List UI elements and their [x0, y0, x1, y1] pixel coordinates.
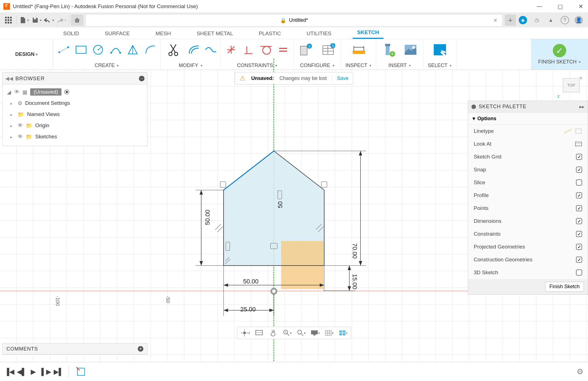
- snap-checkbox[interactable]: [576, 167, 582, 173]
- palette-options-section[interactable]: ▾Options: [468, 113, 588, 125]
- insert-image-icon[interactable]: [402, 42, 419, 58]
- offset-tool-icon[interactable]: [187, 44, 199, 56]
- palette-pin-icon[interactable]: ▸▸: [579, 104, 584, 110]
- tree-root-unsaved[interactable]: ◢ 👁 ▦ (Unsaved): [5, 86, 145, 98]
- visibility-toggle-icon[interactable]: 👁: [18, 134, 23, 140]
- arc-tool-icon[interactable]: [110, 44, 121, 56]
- home-button[interactable]: [71, 15, 83, 26]
- sketch-origin-point[interactable]: [271, 288, 277, 295]
- configure-icon[interactable]: S: [298, 42, 314, 58]
- tree-named-views[interactable]: 📁 Named Views: [5, 109, 145, 120]
- constraints-checkbox[interactable]: [576, 231, 582, 237]
- select-tool-icon[interactable]: [432, 42, 448, 58]
- browser-collapse-icon[interactable]: ◀◀: [5, 75, 13, 82]
- tab-close-button[interactable]: ×: [494, 17, 497, 24]
- constraints-dropdown[interactable]: CONSTRAINTS: [237, 63, 277, 68]
- tab-solid[interactable]: SOLID: [59, 28, 84, 39]
- zoom-button[interactable]: +▾: [282, 328, 292, 338]
- workspace-picker[interactable]: DESIGN: [0, 39, 53, 70]
- tab-utilities[interactable]: UTILITIES: [302, 28, 336, 39]
- new-tab-button[interactable]: +: [505, 15, 516, 26]
- comments-panel-header[interactable]: COMMENTS +: [2, 343, 148, 354]
- dimension-25-width[interactable]: 25.00: [240, 306, 256, 313]
- dimensions-checkbox[interactable]: [576, 218, 582, 224]
- save-button[interactable]: [30, 15, 43, 26]
- browser-minimize-icon[interactable]: –: [139, 76, 144, 81]
- dimension-50-center[interactable]: 50: [277, 201, 284, 208]
- view-cube[interactable]: TOP: [563, 78, 580, 92]
- pan-button[interactable]: [268, 328, 278, 338]
- profile-avatar[interactable]: 👤: [575, 16, 583, 24]
- tab-sketch[interactable]: SKETCH: [353, 27, 383, 39]
- data-panel-button[interactable]: [2, 15, 15, 26]
- trim-tool-icon[interactable]: [165, 42, 181, 58]
- 3d-sketch-checkbox[interactable]: [576, 269, 582, 276]
- maximize-button[interactable]: ▢: [556, 3, 564, 10]
- active-component-indicator[interactable]: [64, 89, 69, 94]
- circle-tool-icon[interactable]: [92, 44, 104, 56]
- projected-checkbox[interactable]: [576, 244, 582, 250]
- fit-button[interactable]: ▾: [296, 328, 306, 338]
- close-button[interactable]: ✕: [577, 3, 585, 10]
- timeline-play-button[interactable]: ▶: [29, 368, 37, 376]
- undo-button[interactable]: [43, 15, 55, 26]
- file-menu-button[interactable]: [18, 15, 30, 26]
- tab-mesh[interactable]: MESH: [151, 28, 176, 39]
- tree-origin[interactable]: 👁 📁 Origin: [5, 120, 145, 131]
- notifications-icon[interactable]: ▲: [547, 16, 555, 24]
- orbit-button[interactable]: ▾: [240, 328, 250, 338]
- visibility-toggle-icon[interactable]: 👁: [14, 89, 20, 95]
- redo-button[interactable]: [55, 15, 67, 26]
- inspect-dropdown[interactable]: INSPECT: [345, 63, 371, 68]
- dimension-50-width[interactable]: 50.00: [243, 278, 259, 285]
- viewport-layout-button[interactable]: ▾: [338, 328, 348, 338]
- linetype-buttons[interactable]: [564, 128, 582, 134]
- configure-dropdown[interactable]: CONFIGURE: [300, 63, 335, 68]
- minimize-button[interactable]: —: [535, 3, 543, 10]
- timeline-end-button[interactable]: ▶▌: [54, 368, 62, 376]
- save-link[interactable]: Save: [332, 75, 348, 81]
- profile-checkbox[interactable]: [576, 192, 582, 198]
- dimension-50-vertical[interactable]: 50.00: [204, 210, 211, 225]
- palette-header[interactable]: SKETCH PALETTE ▸▸: [468, 101, 588, 113]
- perpendicular-constraint-icon[interactable]: [243, 44, 254, 56]
- tab-plastic[interactable]: PLASTIC: [254, 28, 285, 39]
- grid-settings-button[interactable]: ▾: [324, 328, 334, 338]
- coincident-constraint-icon[interactable]: [225, 44, 237, 56]
- measure-tool-icon[interactable]: [350, 42, 367, 58]
- select-dropdown[interactable]: SELECT: [428, 63, 452, 68]
- finish-sketch-palette-button[interactable]: Finish Sketch: [545, 282, 584, 292]
- equal-constraint-icon[interactable]: [277, 44, 289, 56]
- timeline-settings-button[interactable]: ⚙: [577, 367, 584, 376]
- construction-checkbox[interactable]: [576, 257, 582, 263]
- timeline-step-back-button[interactable]: ◀▌: [17, 368, 25, 376]
- extensions-icon[interactable]: ◈: [519, 16, 527, 24]
- tab-surface[interactable]: SURFACE: [100, 28, 134, 39]
- palette-collapse-icon[interactable]: [471, 105, 476, 109]
- document-tab[interactable]: 🔒 Untitled* ×: [86, 14, 502, 26]
- dimension-70[interactable]: 70.00: [351, 243, 358, 259]
- sketch-door-rect[interactable]: [281, 241, 324, 289]
- finish-sketch-button[interactable]: ✓ FINISH SKETCH: [531, 39, 588, 70]
- modify-dropdown[interactable]: MODIFY: [179, 63, 203, 68]
- look-at-button[interactable]: [575, 141, 582, 147]
- timeline-step-fwd-button[interactable]: ▌▶: [41, 368, 50, 376]
- job-status-icon[interactable]: ◷: [533, 16, 541, 24]
- spline-tool-icon[interactable]: [204, 44, 216, 56]
- add-comment-button[interactable]: +: [138, 346, 143, 352]
- line-tool-icon[interactable]: [58, 44, 69, 56]
- insert-dropdown[interactable]: INSERT: [388, 63, 411, 68]
- points-checkbox[interactable]: [576, 205, 582, 211]
- tree-sketches[interactable]: 👁 📁 Sketches: [5, 131, 145, 142]
- polygon-tool-icon[interactable]: [127, 44, 139, 56]
- dimension-15[interactable]: 15.00: [351, 274, 358, 289]
- help-icon[interactable]: ?: [561, 16, 569, 24]
- ellipse-tool-icon[interactable]: [144, 44, 156, 56]
- visibility-toggle-icon[interactable]: 👁: [18, 122, 23, 129]
- tab-sheet-metal[interactable]: SHEET METAL: [192, 28, 238, 39]
- tree-document-settings[interactable]: ⚙ Document Settings: [5, 98, 145, 109]
- browser-header[interactable]: ◀◀ BROWSER –: [3, 72, 147, 85]
- centerline-linetype-icon[interactable]: [575, 128, 582, 134]
- create-dropdown[interactable]: CREATE: [95, 63, 119, 68]
- timeline-start-button[interactable]: ▐◀: [4, 368, 13, 376]
